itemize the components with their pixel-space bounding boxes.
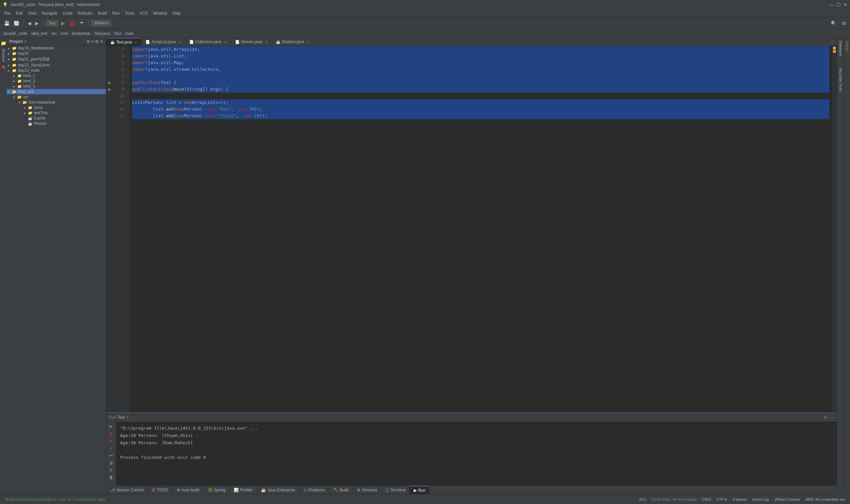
encoding[interactable]: UTF-8 (714, 497, 730, 501)
breadcrumb-part-1[interactable]: idea_test (31, 31, 48, 36)
code-line-9[interactable]: public static void main(String[] args) { (132, 86, 829, 93)
wrap-icon[interactable]: ↩ (109, 452, 113, 458)
copy-icon[interactable]: ⎘ (109, 467, 113, 473)
run-tab-close[interactable]: ✕ (126, 415, 129, 419)
tree-item-13[interactable]: ☕Cache (7, 115, 106, 121)
code-line-3[interactable]: import java.util.ArrayList; (132, 46, 829, 53)
tree-item-9[interactable]: ▾📂src (7, 94, 106, 100)
collapse-icon[interactable]: ≡ (91, 39, 94, 44)
menu-file[interactable]: File (1, 10, 13, 16)
tree-item-14[interactable]: ☕Person (7, 121, 106, 126)
run-settings-icon[interactable]: ⚙ (824, 415, 828, 420)
breadcrumb-part-4[interactable]: liudashuai (72, 31, 90, 36)
bottom-tab-auto-build[interactable]: ⚙Auto-build (173, 486, 204, 494)
code-line-13[interactable]: list.add(new Person( name: "Shyam", age:… (132, 112, 829, 119)
rerun-icon[interactable]: ▶ (109, 423, 113, 429)
close-panel-icon[interactable]: ✕ (100, 39, 103, 44)
menu-build[interactable]: Build (95, 10, 110, 16)
bottom-tab-terminal[interactable]: ▢Terminal (381, 486, 410, 494)
tree-item-5[interactable]: ▸📁html_1 (7, 73, 106, 78)
code-line-5[interactable]: import java.util.Map; (132, 59, 829, 66)
save-icon[interactable]: 💾 (3, 20, 11, 26)
tab-overflow-icon[interactable]: ⋮ (828, 39, 837, 44)
tree-item-11[interactable]: ▸📁anno (7, 105, 106, 110)
bottom-tab-build[interactable]: 🔨Build (329, 486, 353, 494)
code-line-4[interactable]: import java.util.List; (132, 53, 829, 59)
menu-edit[interactable]: Edit (13, 10, 25, 16)
search-everywhere-icon[interactable]: 🔍 (829, 20, 838, 26)
print-icon[interactable]: 🖨 (109, 460, 114, 466)
menu-refactor[interactable]: Refactor (75, 10, 95, 16)
scroll-down-icon[interactable]: ↓ (110, 445, 113, 451)
tab-close-4[interactable]: ✕ (307, 40, 309, 44)
tree-item-0[interactable]: ▸📁day19_filter&listener (7, 46, 106, 51)
menu-code[interactable]: Code (60, 10, 75, 16)
bottom-tab-services[interactable]: ⚙Services (353, 486, 381, 494)
tree-item-1[interactable]: ▸📁day20 (7, 51, 106, 56)
gutter-9-run[interactable]: ▶ (106, 86, 113, 93)
breadcrumb-part-0[interactable]: JavaSE_code (3, 31, 27, 36)
jrebel-tab[interactable]: JRebel (844, 38, 849, 53)
bottom-tab-version-control[interactable]: ⎇Version Control (106, 486, 148, 494)
project-icon[interactable]: 📁 (1, 39, 6, 47)
run-tab-name[interactable]: Test (117, 415, 125, 420)
jrebel-button[interactable]: JRebel ▾ (91, 20, 111, 26)
panel-settings-icon[interactable]: ⚙ (95, 39, 98, 44)
cursor-position[interactable]: 10:1 (636, 497, 649, 501)
breadcrumb-part-6[interactable]: Test (114, 31, 121, 36)
event-log[interactable]: Event Log (750, 497, 772, 501)
tree-item-8[interactable]: ▾📂idea_test (7, 89, 106, 94)
run-button[interactable]: ▶ (60, 19, 67, 27)
project-dropdown-arrow[interactable]: ▾ (24, 39, 26, 44)
tab-close-3[interactable]: ✕ (265, 40, 268, 44)
tree-item-12[interactable]: ▸📁testThis (7, 110, 106, 115)
settings-icon[interactable]: ⚙ (840, 20, 847, 26)
tree-item-4[interactable]: ▸📁day23_redis (7, 68, 106, 73)
bookmarks-icon[interactable]: 🔖 (2, 64, 5, 70)
bottom-tab-problems[interactable]: ⚠Problems (300, 486, 330, 494)
tree-item-7[interactable]: ▸📁html_3 (7, 84, 106, 89)
breadcrumb-part-3[interactable]: com (61, 31, 68, 36)
line-ending[interactable]: CRLF (699, 497, 714, 501)
run-minimize-icon[interactable]: — (830, 415, 834, 420)
tree-item-2[interactable]: ▸📁day21_jquery高级 (7, 56, 106, 62)
bottom-tab-run[interactable]: ▶Run (410, 486, 430, 494)
tab-2[interactable]: 📄Collectors.java✕ (185, 38, 231, 46)
jrebel-console[interactable]: JRebel Console (772, 497, 803, 501)
menu-tools[interactable]: Tools (122, 10, 137, 16)
bottom-tab-todo[interactable]: ☑TODO (148, 486, 172, 494)
minimize-button[interactable]: — (829, 2, 834, 7)
tree-item-3[interactable]: ▸📁day22_Ajax&Json (7, 62, 106, 68)
breadcrumb-part-7[interactable]: main (125, 31, 134, 36)
code-line-7[interactable] (132, 73, 829, 79)
menu-view[interactable]: View (25, 10, 39, 16)
maximize-button[interactable]: ☐ (836, 2, 841, 7)
back-icon[interactable]: ◀ (26, 20, 33, 26)
code-line-6[interactable]: import java.util.stream.Collectors; (132, 66, 829, 73)
code-line-11[interactable]: List<Person> list = new ArrayList<>(); (132, 99, 829, 106)
menu-navigate[interactable]: Navigate (39, 10, 60, 16)
code-line-12[interactable]: list.add(new Person( name: "Ram", age: 3… (132, 106, 829, 112)
menu-window[interactable]: Window (150, 10, 170, 16)
menu-run[interactable]: Run (110, 10, 122, 16)
debug-button[interactable]: 🐞 (68, 19, 77, 27)
code-line-10[interactable] (132, 93, 829, 99)
tab-4[interactable]: ☕Student.java✕ (272, 38, 314, 46)
locate-icon[interactable]: ⊕ (87, 39, 90, 44)
tab-close-0[interactable]: ✕ (134, 40, 137, 44)
menu-help[interactable]: Help (170, 10, 183, 16)
bigdata-tab[interactable]: Big Data Tools (837, 66, 843, 94)
database-tab[interactable]: Database (837, 38, 843, 59)
clear-icon[interactable]: 🗑 (109, 474, 114, 481)
breadcrumb-part-2[interactable]: src (52, 31, 57, 36)
code-content[interactable]: import java.util.ArrayList;import java.u… (129, 46, 832, 412)
forward-icon[interactable]: ▶ (34, 20, 40, 26)
tab-1[interactable]: 📄ArrayList.java✕ (142, 38, 185, 46)
bottom-tab-spring[interactable]: 🌿Spring (204, 486, 230, 494)
gutter-8-run[interactable]: ▶ (106, 79, 113, 86)
tab-close-2[interactable]: ✕ (224, 40, 227, 44)
sync-icon[interactable]: 🔄 (12, 20, 21, 26)
menu-vcs[interactable]: VCS (137, 10, 150, 16)
code-line-8[interactable]: public class Test { (132, 79, 829, 86)
scroll-up-icon[interactable]: ↑ (110, 438, 113, 444)
